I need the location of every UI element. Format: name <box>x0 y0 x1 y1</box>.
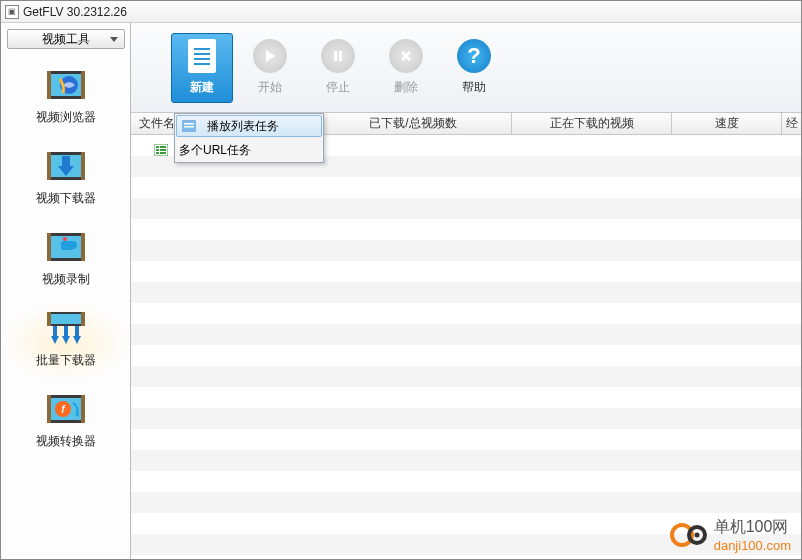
svg-point-44 <box>694 533 699 538</box>
sidebar-item-converter[interactable]: f 视频转换器 <box>1 383 130 464</box>
close-icon <box>389 39 423 73</box>
table-row <box>131 177 801 198</box>
start-button[interactable]: 开始 <box>239 33 301 103</box>
svg-rect-23 <box>75 326 79 336</box>
watermark: 单机100网 danji100.com <box>670 517 791 553</box>
toolbar-label: 开始 <box>258 79 282 96</box>
stop-button[interactable]: 停止 <box>307 33 369 103</box>
column-elapsed[interactable]: 经 <box>782 113 801 134</box>
browser-icon <box>42 65 90 105</box>
svg-rect-38 <box>156 152 159 154</box>
svg-rect-8 <box>81 152 85 180</box>
watermark-brand: 单机100网 <box>714 517 791 538</box>
svg-rect-7 <box>47 152 51 180</box>
svg-rect-30 <box>334 51 337 61</box>
downloader-icon <box>42 146 90 186</box>
sidebar-item-label: 视频录制 <box>42 271 90 288</box>
window-title: GetFLV 30.2312.26 <box>23 5 127 19</box>
titlebar: ▣ GetFLV 30.2312.26 <box>1 1 801 23</box>
sidebar: 视频工具 视频浏览器 <box>1 23 131 559</box>
svg-point-16 <box>63 237 67 241</box>
column-downloading[interactable]: 正在下载的视频 <box>512 113 672 134</box>
toolbar-label: 帮助 <box>462 79 486 96</box>
table-row <box>131 324 801 345</box>
help-button[interactable]: ? 帮助 <box>443 33 505 103</box>
new-icon <box>188 39 216 73</box>
converter-icon: f <box>42 389 90 429</box>
help-icon: ? <box>457 39 491 73</box>
table-row <box>131 345 801 366</box>
toolbar: 新建 开始 停止 删除 <box>131 23 801 113</box>
table-row <box>131 219 801 240</box>
multiurl-icon <box>149 144 173 156</box>
sidebar-item-downloader[interactable]: 视频下载器 <box>1 140 130 221</box>
sidebar-item-label: 视频浏览器 <box>36 109 96 126</box>
svg-rect-22 <box>64 326 68 336</box>
table-row <box>131 282 801 303</box>
table-row <box>131 450 801 471</box>
toolbar-label: 删除 <box>394 79 418 96</box>
watermark-icon <box>670 521 708 549</box>
svg-rect-9 <box>62 156 70 166</box>
pause-icon <box>321 39 355 73</box>
sidebar-item-recorder[interactable]: 视频录制 <box>1 221 130 302</box>
svg-rect-21 <box>53 326 57 336</box>
table-row <box>131 471 801 492</box>
column-speed[interactable]: 速度 <box>672 113 782 134</box>
new-dropdown-menu: 播放列表任务 多个URL任务 <box>174 113 324 163</box>
svg-rect-12 <box>47 233 51 261</box>
recorder-icon <box>42 227 90 267</box>
table-row <box>131 408 801 429</box>
sidebar-item-browser[interactable]: 视频浏览器 <box>1 59 130 140</box>
new-button[interactable]: 新建 <box>171 33 233 103</box>
svg-rect-34 <box>184 126 194 128</box>
menu-item-label: 播放列表任务 <box>201 118 279 135</box>
svg-rect-26 <box>47 395 51 423</box>
svg-rect-31 <box>339 51 342 61</box>
batch-icon <box>42 308 90 348</box>
svg-rect-40 <box>160 149 166 151</box>
table-row <box>131 261 801 282</box>
svg-rect-3 <box>81 71 85 99</box>
menu-multi-url-task[interactable]: 多个URL任务 <box>149 138 323 162</box>
sidebar-header-label: 视频工具 <box>42 31 90 48</box>
watermark-domain: danji100.com <box>714 538 791 553</box>
table-row <box>131 492 801 513</box>
svg-rect-20 <box>81 312 85 326</box>
sidebar-item-label: 视频转换器 <box>36 433 96 450</box>
table-row <box>131 366 801 387</box>
svg-rect-2 <box>47 71 51 99</box>
table-row <box>131 240 801 261</box>
svg-rect-39 <box>160 146 166 148</box>
delete-button[interactable]: 删除 <box>375 33 437 103</box>
toolbar-label: 新建 <box>190 79 214 96</box>
table-row <box>131 198 801 219</box>
sidebar-item-batch[interactable]: 批量下载器 <box>1 302 130 383</box>
table-row <box>131 387 801 408</box>
playlist-icon <box>177 120 201 132</box>
svg-rect-36 <box>156 146 159 148</box>
svg-rect-18 <box>50 314 82 324</box>
svg-rect-33 <box>184 123 194 125</box>
play-icon <box>253 39 287 73</box>
toolbar-label: 停止 <box>326 79 350 96</box>
table-row <box>131 429 801 450</box>
main-area: 新建 开始 停止 删除 <box>131 23 801 559</box>
svg-rect-37 <box>156 149 159 151</box>
menu-item-label: 多个URL任务 <box>173 142 251 159</box>
menu-playlist-task[interactable]: 播放列表任务 <box>176 115 322 137</box>
svg-rect-41 <box>160 152 166 154</box>
column-downloaded[interactable]: 已下载/总视频数 <box>315 113 512 134</box>
table-row <box>131 303 801 324</box>
svg-rect-13 <box>81 233 85 261</box>
svg-rect-19 <box>47 312 51 326</box>
table-row <box>131 555 801 559</box>
sidebar-item-label: 批量下载器 <box>36 352 96 369</box>
content-area: 视频工具 视频浏览器 <box>1 23 801 559</box>
sidebar-item-label: 视频下载器 <box>36 190 96 207</box>
app-icon: ▣ <box>5 5 19 19</box>
svg-rect-27 <box>81 395 85 423</box>
table-body <box>131 135 801 559</box>
sidebar-tools-dropdown[interactable]: 视频工具 <box>7 29 125 49</box>
svg-point-15 <box>69 241 77 249</box>
